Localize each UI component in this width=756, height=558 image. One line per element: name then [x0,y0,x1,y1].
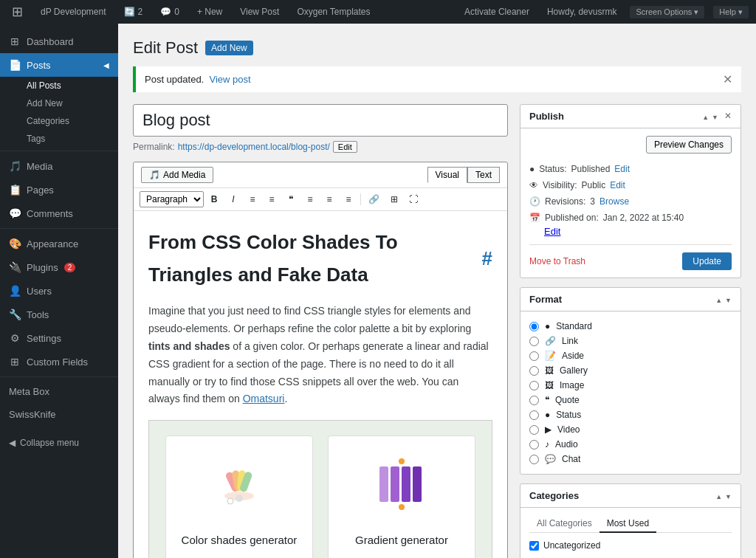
link-button[interactable]: 🔗 [364,192,384,207]
add-media-button[interactable]: 🎵 Add Media [141,167,213,183]
more-button[interactable]: ⊞ [385,192,403,207]
italic-button[interactable]: I [224,192,242,207]
fullscreen-button[interactable]: ⛶ [405,192,422,207]
sidebar-item-tools[interactable]: 🔧 Tools [0,303,118,326]
settings-label: Settings [27,333,61,344]
view-post-item[interactable]: View Post [236,0,284,24]
wp-logo-item[interactable]: ⊞ [7,0,27,24]
sidebar-item-tags[interactable]: Tags [0,130,118,148]
notice-close-button[interactable]: ✕ [723,72,732,86]
format-radio-aside[interactable] [529,351,539,361]
sidebar-item-categories[interactable]: Categories [0,112,118,130]
format-radio-status[interactable] [529,410,539,420]
activate-cleaner-item[interactable]: Activate Cleaner [460,0,534,24]
sidebar-item-custom-fields[interactable]: ⊞ Custom Fields [0,350,118,373]
format-radio-audio[interactable] [529,440,539,450]
move-trash-link[interactable]: Move to Trash [529,256,585,266]
sidebar-item-comments[interactable]: 💬 Comments [0,202,118,225]
ul-button[interactable]: ≡ [244,192,261,207]
categories-arrow-up-icon[interactable] [715,490,722,501]
format-radio-chat[interactable] [529,455,539,464]
format-radio-standard[interactable] [529,322,539,331]
format-metabox-header[interactable]: Format [520,288,740,311]
sidebar-item-all-posts[interactable]: All Posts [0,77,118,94]
add-media-label: Add Media [163,170,205,180]
screen-options-button[interactable]: Screen Options ▾ [630,6,704,18]
tools-icon: 🔧 [9,309,21,320]
format-radio-link[interactable] [529,337,539,346]
svg-point-6 [227,498,233,504]
all-posts-label: All Posts [27,80,61,91]
help-button[interactable]: Help ▾ [713,6,749,18]
publish-date-edit-link[interactable]: Edit [544,226,560,237]
update-button[interactable]: Update [682,252,732,270]
format-arrow-down-icon[interactable] [725,294,732,305]
comments-item[interactable]: 💬 0 [156,0,184,24]
howdy-item[interactable]: Howdy, devusrmk [543,0,621,24]
ol-button[interactable]: ≡ [263,192,281,207]
add-new-label: Add New [27,98,63,108]
blockquote-button[interactable]: ❝ [282,192,300,207]
publish-arrow-down-icon[interactable] [712,111,718,122]
sidebar-item-add-new[interactable]: Add New [0,94,118,112]
sidebar-item-users[interactable]: 👤 Users [0,279,118,303]
publish-metabox-header[interactable]: Publish ✕ [520,105,740,128]
tools-label: Tools [27,309,49,320]
publish-revisions-row: 🕐 Revisions: 3 Browse [529,193,732,210]
align-center-button[interactable]: ≡ [320,192,338,207]
heading-anchor[interactable]: # [482,242,492,275]
bold-button[interactable]: B [205,192,223,207]
publish-arrow-up-icon[interactable] [702,111,709,122]
tab-most-used[interactable]: Most Used [599,515,656,533]
format-radio-video[interactable] [529,425,539,435]
status-icon: ● [529,164,535,174]
edit-permalink-button[interactable]: Edit [333,141,357,153]
editor-content-area[interactable]: From CSS Color Shades To Triangles and F… [134,211,507,558]
sidebar-item-pages[interactable]: 📋 Pages [0,178,118,202]
admin-bar: ⊞ dP Development 🔄 2 💬 0 + New View Post… [0,0,756,24]
sidebar-item-dashboard[interactable]: ⊞ Dashboard [0,30,118,53]
oxygen-item[interactable]: Oxygen Templates [292,0,374,24]
site-name-item[interactable]: dP Development [36,0,111,24]
publish-close-icon[interactable]: ✕ [724,111,732,122]
tab-all-categories[interactable]: All Categories [529,515,599,533]
align-right-button[interactable]: ≡ [340,192,357,207]
publish-status-row: ● Status: Published Edit [529,161,732,177]
gallery-card-1-desc: Generate tints and shades of a given col… [178,554,300,558]
permalink-url[interactable]: https://dp-development.local/blog-post/ [178,142,330,152]
omatsuri-link[interactable]: Omatsuri [243,393,285,404]
paragraph-select[interactable]: Paragraph [140,191,204,207]
sidebar-item-settings[interactable]: ⚙ Settings [0,326,118,350]
visual-tab[interactable]: Visual [427,167,467,183]
format-arrow-up-icon[interactable] [715,294,722,305]
format-icon-video: ▶ [545,424,551,435]
sidebar-item-appearance[interactable]: 🎨 Appearance [0,232,118,255]
sidebar-item-swissknife[interactable]: SwissKnife [0,403,118,426]
collapse-menu-item[interactable]: ◀ Collapse menu [0,432,118,454]
status-edit-link[interactable]: Edit [614,164,630,174]
visibility-edit-link[interactable]: Edit [610,180,625,190]
sidebar-item-plugins[interactable]: 🔌 Plugins 2 [0,255,118,279]
post-title-input[interactable] [133,104,508,137]
categories-metabox-header[interactable]: Categories [520,484,740,508]
sidebar-item-meta-box[interactable]: Meta Box [0,380,118,403]
format-radio-image[interactable] [529,381,539,390]
sidebar-item-posts[interactable]: 📄 Posts ◀ [0,53,118,77]
view-post-link[interactable]: View post [209,74,250,85]
svg-rect-10 [402,466,410,502]
text-tab[interactable]: Text [467,167,500,183]
category-checkbox-uncategorized[interactable] [529,541,539,551]
align-left-button[interactable]: ≡ [301,192,319,207]
add-new-button[interactable]: Add New [205,41,253,55]
publish-metabox-title: Publish [529,111,564,122]
categories-arrow-down-icon[interactable] [725,490,732,501]
new-item[interactable]: + New [193,0,227,24]
preview-changes-button[interactable]: Preview Changes [646,136,732,154]
format-radio-quote[interactable] [529,396,539,405]
updates-item[interactable]: 🔄 2 [120,0,148,24]
format-radio-gallery[interactable] [529,366,539,376]
appearance-label: Appearance [27,238,78,249]
revisions-browse-link[interactable]: Browse [599,196,629,207]
sidebar-item-media[interactable]: 🎵 Media [0,154,118,178]
gallery-card-2: Gradient generator Generate linear and r… [328,435,475,558]
